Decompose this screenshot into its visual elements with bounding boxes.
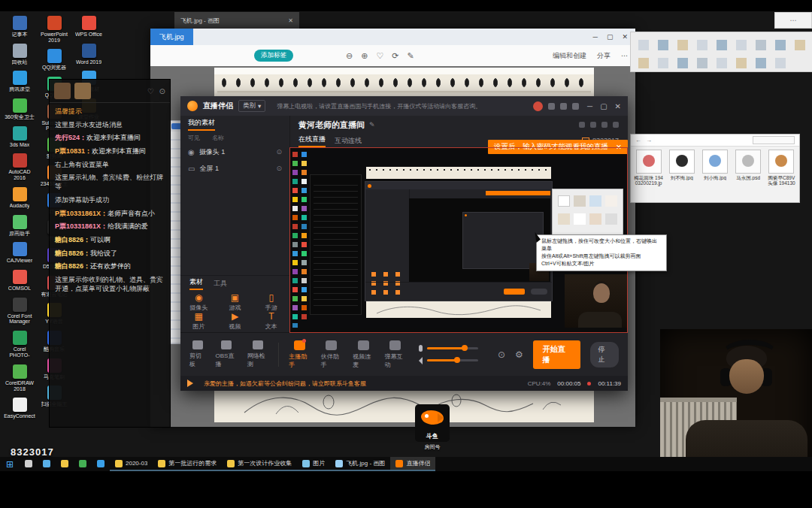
tab-materials[interactable]: 素材 <box>189 277 203 290</box>
speaker-icon[interactable] <box>419 357 423 364</box>
more-icon[interactable]: ⋯ <box>621 52 628 59</box>
webcam-window[interactable] <box>660 329 812 471</box>
category-dropdown[interactable]: 类别▾ <box>238 100 265 112</box>
annotate-icon[interactable]: ✎ <box>408 51 414 61</box>
bell-icon[interactable] <box>601 122 607 128</box>
maximize-icon[interactable]: ▢ <box>607 33 614 41</box>
tab-interactive[interactable]: 互动连线 <box>335 136 362 146</box>
desktop-icon[interactable]: 腾讯课堂 <box>3 71 36 92</box>
desktop-icon[interactable]: Corel PHOTO-PAINT <box>3 331 36 358</box>
favorite-icon[interactable]: ♡ <box>376 51 383 61</box>
toolbar-button[interactable]: 剪切板 <box>189 340 205 368</box>
add-source-button[interactable]: T 文本 <box>253 312 289 331</box>
assistant-tab[interactable]: 伙伴助手 <box>321 340 342 369</box>
desktop-icon[interactable]: 记事本 <box>3 16 36 38</box>
desktop-icon[interactable]: COMSOL <box>3 270 36 292</box>
minimize-icon[interactable]: ─ <box>587 102 592 110</box>
desktop-icon[interactable]: CAJViewer <box>3 242 36 264</box>
visibility-eye-icon[interactable]: ⊙ <box>276 148 282 156</box>
gift-thumbnail[interactable] <box>74 83 91 99</box>
back-icon[interactable]: ← <box>635 137 641 144</box>
tab-my-materials[interactable]: 我的素材 <box>188 118 215 131</box>
lock-icon[interactable] <box>579 122 585 128</box>
desktop-icon[interactable]: CorelDRAW 2018 <box>3 364 36 392</box>
preview-eye-icon[interactable]: ⊙ <box>498 349 505 360</box>
add-tag-button[interactable]: 添加标签 <box>254 50 293 62</box>
add-source-button[interactable]: ▶ 视频 <box>217 312 253 331</box>
file-item[interactable]: 马永国.psd <box>734 150 763 187</box>
desktop-icon[interactable]: 3ds Max <box>3 126 36 148</box>
edit-pencil-icon[interactable]: ✎ <box>369 121 375 129</box>
minimize-icon[interactable]: ─ <box>593 33 598 41</box>
stream-titlebar[interactable]: 直播伴侣 类别▾ 弹幕上电视啦，请设置直播画面与手机连接，开播仪式等活动请向客服… <box>180 96 628 116</box>
share-icon[interactable] <box>613 122 619 128</box>
desktop-icon[interactable]: 360安全卫士 <box>3 98 36 120</box>
desktop-icon[interactable]: Audacity <box>3 187 36 209</box>
gift-thumbnail[interactable] <box>54 83 71 99</box>
taskbar-button[interactable]: 第一次设计作业收集 <box>222 457 297 471</box>
share-button[interactable]: 分享 <box>597 51 611 61</box>
source-row[interactable]: ▭ 全屏 1 ⊙ <box>180 160 289 177</box>
edit-create-button[interactable]: 编辑和创建 <box>553 51 586 61</box>
tab-online-live[interactable]: 在线直播 <box>298 135 326 147</box>
speaker-volume-slider[interactable] <box>427 359 478 361</box>
floating-toolbar-chip[interactable]: ⋯ <box>774 12 812 29</box>
desktop-icon[interactable]: WPS Office <box>72 16 105 38</box>
file-item[interactable]: 刘小悔.jpg <box>700 150 729 187</box>
mic-volume-slider[interactable] <box>427 347 478 349</box>
desktop-icon[interactable]: Corel Font Manager <box>3 298 36 325</box>
stop-button[interactable]: 停止 <box>590 342 620 367</box>
start-live-button[interactable]: 开始直播 <box>533 340 580 369</box>
visibility-eye-icon[interactable]: ⊙ <box>276 165 282 172</box>
desktop-icon[interactable]: Word 2019 <box>72 44 105 65</box>
assistant-tab[interactable]: 主播助手 <box>289 340 310 369</box>
search-input[interactable] <box>753 136 795 144</box>
add-source-button[interactable]: ▣ 游戏 <box>217 293 253 312</box>
desktop-icon[interactable]: AutoCAD 2016 <box>3 153 36 180</box>
forward-icon[interactable]: → <box>646 137 652 144</box>
assistant-tab[interactable]: 弹幕互动 <box>385 340 406 369</box>
taskbar-button[interactable] <box>38 457 56 471</box>
file-item[interactable]: 刘不悔.jpg <box>667 150 696 187</box>
maximize-icon[interactable]: ▢ <box>600 102 607 110</box>
monitor-icon[interactable] <box>560 103 567 110</box>
close-icon[interactable]: ✕ <box>622 33 628 41</box>
tab-tools[interactable]: 工具 <box>214 279 227 289</box>
taskbar-button[interactable] <box>56 457 74 471</box>
desktop-icon[interactable]: 原画助手 <box>3 215 36 237</box>
close-icon[interactable]: ✕ <box>616 143 622 151</box>
add-source-button[interactable]: ▦ 图片 <box>180 312 217 331</box>
taskbar-button[interactable]: 飞机.jpg - 画图 <box>330 457 390 471</box>
zoom-out-icon[interactable]: ⊖ <box>346 51 353 61</box>
monitor-icon[interactable] <box>590 122 596 128</box>
zoom-in-icon[interactable]: ⊕ <box>361 51 368 61</box>
desktop-icon[interactable]: PowerPoint 2019 <box>38 16 71 43</box>
grid-icon[interactable] <box>548 103 555 110</box>
desktop-icon[interactable]: EasyConnect <box>3 398 36 419</box>
heart-icon[interactable]: ♡ <box>147 87 154 95</box>
more-icon[interactable]: ⋯ <box>790 17 797 24</box>
taskbar-button[interactable]: 2020-03 <box>110 457 153 471</box>
gear-icon[interactable]: ⚙ <box>515 349 523 360</box>
source-row[interactable]: ◉ 摄像头 1 ⊙ <box>180 144 289 160</box>
toolbar-button[interactable]: OBS直播 <box>215 340 237 368</box>
rotate-icon[interactable]: ⟳ <box>392 51 398 61</box>
viewer-tab[interactable]: 飞机.jpg <box>150 29 193 45</box>
taskbar-button[interactable] <box>92 457 110 471</box>
toolbar-button[interactable]: 网络检测 <box>247 340 269 368</box>
taskbar-button[interactable] <box>20 457 38 471</box>
filter-icon[interactable] <box>572 103 579 110</box>
start-button[interactable]: ⊞ <box>0 457 20 471</box>
paint-window-titlebar[interactable]: 飞机.jpg - 画图 ✕ <box>174 12 299 29</box>
avatar[interactable] <box>533 101 543 111</box>
viewers-icon[interactable]: ⊙ <box>159 87 165 95</box>
desktop-icon[interactable]: 回收站 <box>3 44 36 65</box>
close-icon[interactable]: ✕ <box>288 17 293 24</box>
file-item[interactable]: 陶瓷早C89V头像 19413030107 刘晓.png <box>767 150 796 187</box>
desktop-icon[interactable]: QQ浏览器 <box>38 49 71 71</box>
add-source-button[interactable]: ▯ 手游 <box>253 293 289 312</box>
assistant-tab[interactable]: 视频连麦 <box>353 340 374 369</box>
taskbar-button[interactable]: 图片 <box>297 457 330 471</box>
mini-folder-window[interactable] <box>630 32 812 72</box>
taskbar-button[interactable] <box>74 457 92 471</box>
